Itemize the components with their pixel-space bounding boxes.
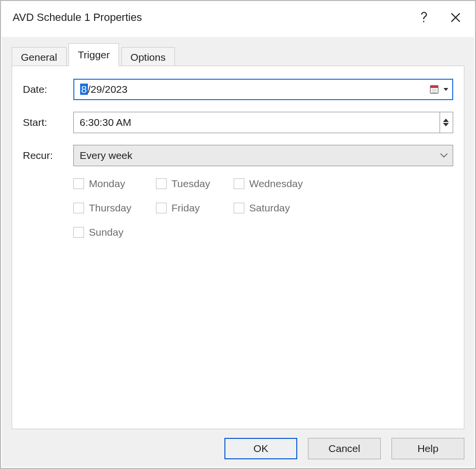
checkbox-icon[interactable] [234, 178, 244, 189]
chk-label: Friday [171, 202, 200, 214]
checkbox-icon[interactable] [73, 203, 84, 213]
chk-sunday[interactable]: Sunday [73, 226, 156, 238]
chk-label: Sunday [89, 226, 123, 238]
recur-value: Every week [80, 150, 439, 161]
chk-thursday[interactable]: Thursday [73, 202, 156, 214]
start-label: Start: [23, 117, 64, 128]
start-value[interactable]: 6:30:30 AM [80, 117, 440, 128]
row-recur: Recur: Every week [23, 145, 453, 166]
dialog-buttons: OK Cancel Help [224, 438, 464, 459]
recur-label: Recur: [23, 150, 64, 161]
chk-wednesday[interactable]: Wednesday [234, 178, 331, 190]
calendar-dropdown-icon[interactable] [430, 85, 448, 94]
date-field[interactable]: 8/29/2023 [73, 79, 453, 100]
checkbox-icon[interactable] [73, 227, 84, 238]
chk-label: Monday [89, 178, 125, 190]
window-title: AVD Schedule 1 Properties [13, 11, 142, 24]
tab-options[interactable]: Options [121, 47, 175, 68]
help-button[interactable]: Help [391, 438, 464, 459]
cancel-button[interactable]: Cancel [308, 438, 381, 459]
row-start: Start: 6:30:30 AM [23, 112, 453, 133]
help-icon[interactable] [420, 11, 428, 24]
client-area: General Trigger Options Date: 8/29/2023 [2, 37, 474, 467]
chk-monday[interactable]: Monday [73, 178, 156, 190]
time-spinner[interactable] [440, 112, 449, 133]
checkbox-icon[interactable] [73, 178, 84, 189]
spin-up-icon[interactable] [443, 119, 449, 122]
ok-button[interactable]: OK [224, 438, 297, 459]
days-grid: Monday Tuesday Wednesday Thursday Friday… [73, 178, 453, 238]
titlebar: AVD Schedule 1 Properties [1, 1, 475, 34]
date-value[interactable]: 8/29/2023 [80, 84, 430, 95]
chk-label: Saturday [249, 202, 290, 214]
spin-down-icon[interactable] [443, 123, 449, 126]
titlebar-actions [420, 11, 461, 24]
chk-tuesday[interactable]: Tuesday [156, 178, 234, 190]
chevron-down-icon[interactable] [439, 151, 449, 160]
chk-friday[interactable]: Friday [156, 202, 234, 214]
start-field[interactable]: 6:30:30 AM [73, 112, 453, 133]
chk-saturday[interactable]: Saturday [234, 202, 331, 214]
svg-rect-1 [430, 86, 438, 88]
checkbox-icon[interactable] [156, 203, 167, 213]
recur-combo[interactable]: Every week [73, 145, 453, 166]
date-label: Date: [23, 84, 64, 95]
tab-general[interactable]: General [12, 47, 67, 68]
chk-label: Tuesday [171, 178, 210, 190]
chk-label: Thursday [89, 202, 132, 214]
chk-label: Wednesday [249, 178, 303, 190]
row-date: Date: 8/29/2023 [23, 79, 453, 100]
tab-page-trigger: Date: 8/29/2023 Start: 6: [12, 66, 464, 429]
checkbox-icon[interactable] [234, 203, 244, 213]
close-icon[interactable] [450, 12, 461, 23]
checkbox-icon[interactable] [156, 178, 167, 189]
tab-trigger[interactable]: Trigger [68, 43, 119, 67]
tab-strip: General Trigger Options [12, 43, 464, 66]
